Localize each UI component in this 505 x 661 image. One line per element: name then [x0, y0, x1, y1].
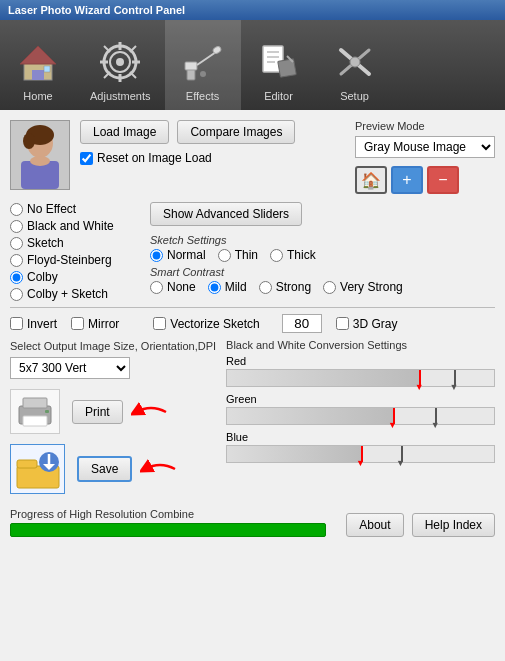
reset-label: Reset on Image Load [97, 151, 212, 165]
avatar [10, 120, 70, 190]
effect-sketch-radio[interactable] [10, 237, 23, 250]
sketch-thin-row: Thin [218, 248, 258, 262]
svg-point-19 [200, 71, 206, 77]
sketch-thick-label: Thick [287, 248, 316, 262]
title-bar: Laser Photo Wizard Control Panel [0, 0, 505, 20]
toolbar-adjustments[interactable]: Adjustments [76, 20, 165, 110]
contrast-settings-label: Smart Contrast [150, 266, 495, 278]
action-buttons: About Help Index [346, 508, 495, 537]
invert-checkbox[interactable] [10, 317, 23, 330]
svg-rect-3 [44, 66, 50, 72]
output-select[interactable]: 5x7 300 Vert 4x6 300 Horiz 8x10 300 Vert [10, 357, 130, 379]
sketch-normal-label: Normal [167, 248, 206, 262]
effect-none-radio[interactable] [10, 203, 23, 216]
output-label: Select Output Image Size, Orientation,DP… [10, 339, 216, 353]
save-button[interactable]: Save [77, 456, 132, 482]
adjustments-icon [96, 38, 144, 86]
effect-none-label: No Effect [27, 202, 76, 216]
contrast-strong-row: Strong [259, 280, 311, 294]
sketch-settings-label: Sketch Settings [150, 234, 495, 246]
toolbar-effects[interactable]: Effects [165, 20, 241, 110]
contrast-mild-label: Mild [225, 280, 247, 294]
green-slider-label: Green [226, 393, 495, 405]
vectorize-row: Vectorize Sketch [153, 317, 259, 331]
svg-rect-16 [185, 62, 197, 70]
print-row: Print [10, 389, 216, 434]
contrast-none-radio[interactable] [150, 281, 163, 294]
output-section: Select Output Image Size, Orientation,DP… [10, 339, 216, 494]
reset-checkbox-row: Reset on Image Load [80, 151, 295, 165]
red-slider-track[interactable]: ▼ ▼ [226, 369, 495, 387]
sketch-options: Normal Thin Thick [150, 248, 495, 262]
preview-home-button[interactable]: 🏠 [355, 166, 387, 194]
title-text: Laser Photo Wizard Control Panel [8, 4, 185, 16]
contrast-very-strong-row: Very Strong [323, 280, 403, 294]
progress-area: Progress of High Resolution Combine [10, 508, 326, 537]
effect-bw-row: Black and White [10, 219, 140, 233]
options-row: Invert Mirror Vectorize Sketch 80 3D Gra… [10, 314, 495, 333]
contrast-very-strong-radio[interactable] [323, 281, 336, 294]
svg-point-28 [350, 57, 360, 67]
toolbar-editor[interactable]: Editor [241, 20, 317, 110]
value-input[interactable]: 80 [282, 314, 322, 333]
toolbar-home-label: Home [23, 90, 52, 102]
printer-icon [10, 389, 60, 434]
effect-bw-radio[interactable] [10, 220, 23, 233]
help-index-button[interactable]: Help Index [412, 513, 495, 537]
save-folder-icon [10, 444, 65, 494]
toolbar-setup[interactable]: Setup [317, 20, 393, 110]
preview-plus-button[interactable]: + [391, 166, 423, 194]
about-button[interactable]: About [346, 513, 403, 537]
effect-colby-radio[interactable] [10, 271, 23, 284]
svg-rect-37 [23, 416, 47, 426]
contrast-strong-radio[interactable] [259, 281, 272, 294]
contrast-settings-group: Smart Contrast None Mild Strong [150, 266, 495, 294]
progress-about-row: Progress of High Resolution Combine Abou… [10, 508, 495, 537]
sketch-thin-radio[interactable] [218, 249, 231, 262]
toolbar-home[interactable]: Home [0, 20, 76, 110]
svg-rect-38 [45, 410, 49, 413]
effect-floyd-row: Floyd-Steinberg [10, 253, 140, 267]
vectorize-label: Vectorize Sketch [170, 317, 259, 331]
toolbar: Home Adjustments [0, 20, 505, 110]
show-advanced-sliders-button[interactable]: Show Advanced Sliders [150, 202, 302, 226]
sketch-normal-row: Normal [150, 248, 206, 262]
progress-buttons-row: Progress of High Resolution Combine Abou… [10, 508, 495, 537]
blue-slider-track[interactable]: ▼ ▼ [226, 445, 495, 463]
sketch-thin-label: Thin [235, 248, 258, 262]
preview-buttons: 🏠 + − [355, 166, 495, 194]
effect-floyd-radio[interactable] [10, 254, 23, 267]
mirror-label: Mirror [88, 317, 119, 331]
effects-panel: No Effect Black and White Sketch Floyd-S… [10, 202, 140, 301]
load-image-button[interactable]: Load Image [80, 120, 169, 144]
print-button[interactable]: Print [72, 400, 123, 424]
mirror-row: Mirror [71, 317, 119, 331]
effect-colby-sketch-radio[interactable] [10, 288, 23, 301]
sketch-thick-row: Thick [270, 248, 316, 262]
effect-colby-sketch-row: Colby + Sketch [10, 287, 140, 301]
sketch-normal-radio[interactable] [150, 249, 163, 262]
editor-icon [255, 38, 303, 86]
effect-colby-label: Colby [27, 270, 58, 284]
preview-mode-select[interactable]: Gray Mouse Image Original Black and Whit… [355, 136, 495, 158]
effect-bw-label: Black and White [27, 219, 114, 233]
save-arrow-icon [140, 459, 180, 479]
contrast-none-label: None [167, 280, 196, 294]
svg-rect-41 [17, 460, 37, 468]
effect-sketch-row: Sketch [10, 236, 140, 250]
preview-minus-button[interactable]: − [427, 166, 459, 194]
sketch-thick-radio[interactable] [270, 249, 283, 262]
effect-colby-row: Colby [10, 270, 140, 284]
contrast-mild-radio[interactable] [208, 281, 221, 294]
invert-row: Invert [10, 317, 57, 331]
reset-checkbox[interactable] [80, 152, 93, 165]
compare-images-button[interactable]: Compare Images [177, 120, 295, 144]
mirror-checkbox[interactable] [71, 317, 84, 330]
toolbar-setup-label: Setup [340, 90, 369, 102]
3d-checkbox[interactable] [336, 317, 349, 330]
right-panel: Show Advanced Sliders Sketch Settings No… [150, 202, 495, 301]
3d-row: 3D Gray [336, 317, 398, 331]
green-slider-track[interactable]: ▼ ▼ [226, 407, 495, 425]
vectorize-checkbox[interactable] [153, 317, 166, 330]
sketch-settings-group: Sketch Settings Normal Thin Thick [150, 234, 495, 262]
